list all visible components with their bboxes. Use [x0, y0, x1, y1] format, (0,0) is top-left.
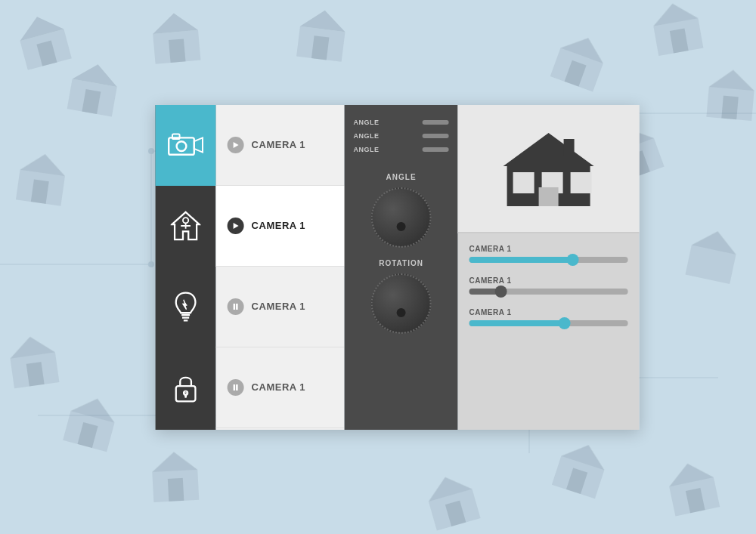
mini-toggle-bar-2[interactable] [423, 134, 449, 138]
svg-rect-86 [571, 172, 592, 193]
house-preview-svg [500, 127, 598, 210]
slider-track-3[interactable] [469, 320, 628, 326]
slider-row-1: CAMERA 1 [469, 245, 628, 263]
mini-toggle-label-1: ANGLE [354, 119, 380, 126]
slider-row-2: CAMERA 1 [469, 276, 628, 295]
slider-thumb-1[interactable] [566, 254, 578, 266]
slider-track-2[interactable] [469, 289, 628, 295]
svg-rect-8 [169, 39, 186, 63]
mini-toggle-bar-3[interactable] [423, 147, 449, 152]
angle-section: ANGLE [345, 165, 458, 255]
svg-marker-75 [234, 142, 239, 148]
rotation-section: ROTATION [345, 255, 458, 341]
svg-point-65 [183, 218, 188, 223]
svg-marker-34 [151, 451, 197, 472]
rotation-label: ROTATION [354, 259, 449, 267]
svg-rect-35 [168, 478, 184, 502]
mini-toggles: ANGLE ANGLE ANGLE [345, 113, 458, 165]
mini-toggle-label-2: ANGLE [354, 132, 380, 140]
camera-3-label: CAMERA 1 [252, 301, 305, 312]
svg-rect-80 [236, 384, 238, 390]
lock-icon: 8 [173, 371, 199, 404]
svg-marker-82 [503, 133, 594, 166]
slider-row-3: CAMERA 1 [469, 308, 628, 326]
svg-rect-20 [31, 179, 49, 203]
slider-label-2: CAMERA 1 [469, 276, 628, 285]
camera-4-label: CAMERA 1 [252, 381, 305, 393]
sidebar-item-camera[interactable] [156, 105, 216, 186]
sidebar-item-home[interactable] [156, 186, 216, 267]
svg-point-61 [177, 141, 187, 151]
mini-toggle-row-3: ANGLE [354, 146, 449, 153]
svg-marker-62 [194, 137, 203, 152]
svg-rect-60 [169, 137, 194, 154]
sliders-section: CAMERA 1 CAMERA 1 CAMERA 1 [458, 233, 640, 430]
sidebar-item-lock[interactable]: 8 [156, 347, 216, 428]
camera-list-item-4[interactable]: CAMERA 1 [216, 347, 345, 428]
svg-rect-87 [539, 187, 559, 206]
slider-fill-3 [469, 320, 565, 326]
svg-rect-79 [234, 384, 236, 390]
svg-point-51 [148, 261, 154, 267]
angle-label: ANGLE [354, 173, 449, 181]
right-panel: CAMERA 1 CAMERA 1 CAMERA 1 [458, 105, 640, 430]
slider-track-1[interactable] [469, 257, 628, 263]
svg-rect-44 [311, 35, 330, 60]
camera-list-item-1[interactable]: CAMERA 1 [216, 105, 345, 186]
svg-marker-7 [151, 11, 198, 34]
slider-fill-1 [469, 257, 573, 263]
angle-knob-dot [397, 222, 406, 231]
camera-2-label: CAMERA 1 [252, 220, 305, 231]
slider-thumb-2[interactable] [495, 286, 507, 298]
sidebar-item-light[interactable] [156, 267, 216, 347]
home-icon [171, 211, 201, 241]
angle-knob[interactable] [371, 187, 432, 248]
bulb-icon [172, 290, 200, 323]
camera-1-label: CAMERA 1 [252, 139, 305, 150]
camera-list-item-3[interactable]: CAMERA 1 [216, 267, 345, 347]
camera-list: CAMERA 1 CAMERA 1 CAMERA 1 [216, 105, 345, 430]
svg-point-52 [148, 148, 154, 154]
svg-text:8: 8 [184, 390, 187, 397]
pause-icon-3 [228, 298, 244, 315]
svg-marker-76 [234, 223, 239, 229]
camera-list-item-2[interactable]: CAMERA 1 [216, 186, 345, 267]
svg-rect-78 [236, 304, 238, 310]
pause-icon-4 [228, 379, 244, 396]
slider-thumb-3[interactable] [559, 317, 571, 329]
camera-icon [168, 131, 204, 159]
mini-toggle-label-3: ANGLE [354, 146, 380, 153]
rotation-knob[interactable] [371, 273, 432, 334]
slider-label-3: CAMERA 1 [469, 308, 628, 316]
svg-rect-83 [564, 139, 575, 156]
mini-toggle-row-2: ANGLE [354, 132, 449, 140]
main-panel: 8 CAMERA 1 CAMERA 1 [156, 105, 640, 430]
controls-panel: ANGLE ANGLE ANGLE ANGLE ROTATION [345, 105, 458, 430]
house-preview [458, 105, 640, 233]
rotation-knob-dot [397, 308, 406, 317]
mini-toggle-bar-1[interactable] [423, 120, 449, 125]
svg-rect-29 [26, 362, 45, 386]
svg-rect-84 [513, 172, 534, 193]
svg-rect-77 [234, 304, 236, 310]
play-icon-1 [228, 137, 244, 153]
slider-label-1: CAMERA 1 [469, 245, 628, 253]
svg-rect-63 [172, 134, 180, 139]
play-icon-2 [228, 218, 244, 234]
sidebar: 8 [156, 105, 216, 430]
svg-rect-17 [721, 96, 739, 120]
svg-marker-16 [709, 68, 756, 91]
mini-toggle-row-1: ANGLE [354, 119, 449, 126]
